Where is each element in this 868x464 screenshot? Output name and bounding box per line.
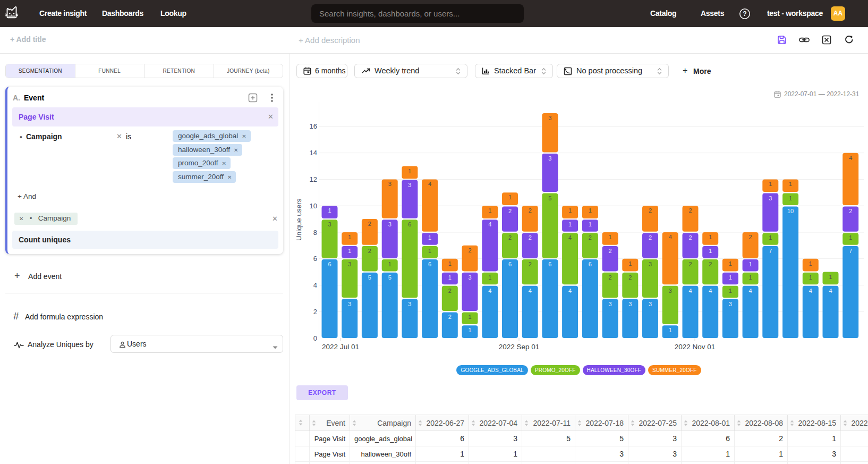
svg-text:2: 2 — [849, 208, 852, 214]
svg-text:1: 1 — [408, 168, 411, 174]
svg-text:10: 10 — [310, 202, 317, 210]
svg-text:1: 1 — [348, 234, 351, 240]
svg-text:2: 2 — [313, 308, 317, 316]
svg-text:1: 1 — [448, 260, 452, 267]
svg-text:4: 4 — [428, 181, 431, 187]
svg-text:2: 2 — [368, 248, 371, 254]
svg-text:Unique users: Unique users — [295, 198, 303, 241]
svg-text:12: 12 — [310, 175, 317, 183]
svg-text:3: 3 — [609, 301, 612, 307]
svg-text:1: 1 — [809, 274, 812, 281]
svg-text:3: 3 — [388, 181, 392, 187]
svg-text:1: 1 — [628, 260, 632, 267]
svg-text:3: 3 — [649, 261, 652, 267]
svg-text:1: 1 — [809, 260, 812, 267]
svg-text:3: 3 — [729, 301, 732, 307]
svg-text:1: 1 — [769, 234, 772, 241]
svg-text:3: 3 — [649, 301, 652, 307]
svg-text:10: 10 — [787, 208, 794, 214]
svg-text:1: 1 — [568, 207, 572, 214]
svg-text:1: 1 — [789, 195, 792, 201]
svg-text:1: 1 — [468, 314, 471, 320]
svg-text:5: 5 — [368, 274, 371, 281]
svg-text:3: 3 — [388, 221, 392, 227]
svg-text:4: 4 — [709, 288, 712, 294]
svg-text:1: 1 — [829, 274, 832, 280]
svg-text:16: 16 — [310, 122, 317, 130]
svg-text:1: 1 — [749, 261, 752, 267]
svg-text:4: 4 — [849, 155, 852, 161]
svg-text:3: 3 — [408, 301, 411, 307]
svg-text:5: 5 — [388, 274, 392, 281]
svg-text:2: 2 — [709, 261, 712, 267]
svg-text:1: 1 — [328, 207, 331, 214]
svg-text:1: 1 — [428, 248, 431, 254]
svg-text:1: 1 — [568, 221, 572, 227]
svg-text:0: 0 — [313, 334, 317, 342]
svg-text:2022 Jul 01: 2022 Jul 01 — [322, 343, 359, 351]
svg-text:2022 Nov 01: 2022 Nov 01 — [675, 343, 716, 351]
svg-text:1: 1 — [669, 327, 672, 333]
svg-text:1: 1 — [849, 234, 852, 241]
svg-text:2: 2 — [688, 234, 692, 241]
svg-text:2: 2 — [529, 261, 532, 267]
svg-text:?: ? — [743, 10, 746, 18]
svg-text:1: 1 — [448, 274, 452, 281]
svg-text:3: 3 — [328, 221, 331, 227]
svg-text:6: 6 — [328, 261, 331, 267]
svg-text:1: 1 — [709, 234, 712, 240]
svg-text:3: 3 — [548, 115, 551, 121]
svg-text:1: 1 — [488, 207, 491, 214]
svg-text:3: 3 — [408, 182, 411, 188]
svg-text:4: 4 — [313, 281, 317, 289]
svg-text:2: 2 — [649, 207, 652, 214]
svg-text:6: 6 — [589, 261, 592, 267]
svg-text:6: 6 — [548, 261, 551, 267]
svg-text:4: 4 — [488, 288, 491, 294]
svg-text:1: 1 — [789, 181, 792, 187]
svg-text:5: 5 — [548, 195, 551, 201]
svg-text:1: 1 — [468, 327, 471, 333]
svg-text:2: 2 — [688, 207, 692, 214]
svg-text:2: 2 — [448, 314, 452, 320]
svg-text:14: 14 — [310, 149, 317, 157]
svg-text:4: 4 — [568, 234, 572, 241]
svg-text:1: 1 — [348, 248, 351, 254]
svg-text:2: 2 — [688, 261, 692, 267]
svg-text:4: 4 — [669, 234, 672, 240]
svg-text:3: 3 — [468, 274, 471, 281]
svg-text:6: 6 — [313, 255, 317, 263]
svg-text:1: 1 — [508, 194, 512, 200]
svg-text:2: 2 — [508, 208, 512, 214]
svg-text:1: 1 — [729, 274, 732, 281]
svg-text:4: 4 — [529, 288, 532, 294]
svg-text:1: 1 — [749, 274, 752, 281]
svg-text:6: 6 — [428, 261, 431, 267]
svg-text:2: 2 — [468, 247, 471, 254]
svg-text:3: 3 — [348, 301, 351, 307]
svg-text:3: 3 — [348, 261, 351, 267]
svg-text:6: 6 — [508, 261, 512, 267]
svg-text:4: 4 — [688, 288, 692, 294]
svg-text:2: 2 — [628, 274, 632, 281]
svg-text:4: 4 — [568, 288, 572, 294]
svg-text:4: 4 — [829, 288, 832, 294]
svg-text:2: 2 — [649, 234, 652, 241]
svg-text:2: 2 — [749, 234, 752, 240]
svg-text:1: 1 — [609, 234, 612, 240]
svg-text:2: 2 — [368, 221, 371, 227]
svg-text:1: 1 — [428, 234, 431, 241]
svg-text:1: 1 — [769, 181, 772, 187]
svg-text:3: 3 — [628, 301, 632, 307]
svg-text:1: 1 — [589, 221, 592, 227]
svg-text:3: 3 — [548, 155, 551, 162]
svg-text:1: 1 — [729, 260, 732, 267]
svg-text:2: 2 — [609, 274, 612, 281]
svg-text:1: 1 — [388, 261, 392, 267]
svg-text:1: 1 — [589, 207, 592, 214]
svg-text:3: 3 — [769, 195, 772, 201]
svg-text:2: 2 — [609, 248, 612, 254]
svg-text:1: 1 — [729, 288, 732, 294]
svg-text:6: 6 — [408, 221, 411, 227]
svg-text:2: 2 — [529, 207, 532, 214]
